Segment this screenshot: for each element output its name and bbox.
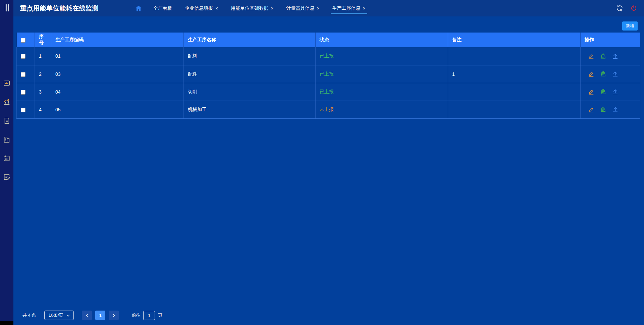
- row-name: 配料: [184, 47, 316, 65]
- table-header-row: 序号 生产工序编码 生产工序名称 状态 备注 操作: [17, 33, 640, 47]
- building-icon[interactable]: [3, 136, 10, 143]
- row-name: 配件: [184, 65, 316, 83]
- row-index: 3: [35, 83, 51, 101]
- row-remark: [448, 47, 581, 65]
- goto-page: 前往 页: [131, 311, 162, 320]
- row-name: 切削: [184, 83, 316, 101]
- document-icon[interactable]: [3, 117, 10, 124]
- nav-tab-label: 全厂看板: [153, 5, 172, 11]
- goto-page-input[interactable]: [143, 311, 155, 320]
- row-remark: 1: [448, 65, 581, 83]
- page-size-value: 10条/页: [48, 312, 63, 318]
- page-number-button[interactable]: 1: [95, 311, 105, 320]
- row-name: 机械加工: [184, 101, 316, 118]
- clear-icon[interactable]: [600, 53, 606, 59]
- row-checkbox[interactable]: [21, 108, 25, 112]
- table-row: 4 05 机械加工 未上报: [17, 101, 640, 118]
- column-header-code: 生产工序编码: [51, 33, 184, 47]
- table-toolbar: 新增: [13, 16, 644, 33]
- column-header-index: 序号: [35, 33, 51, 47]
- row-remark: [448, 101, 581, 118]
- edit-icon[interactable]: [588, 71, 594, 77]
- row-actions: [581, 65, 640, 83]
- nav-tab[interactable]: 生产工序信息×: [326, 0, 372, 16]
- status-badge: 已上报: [320, 71, 334, 76]
- home-icon[interactable]: [135, 5, 142, 12]
- clear-icon[interactable]: [600, 89, 606, 95]
- edit-icon[interactable]: [588, 106, 594, 113]
- tab-close-icon[interactable]: ×: [317, 6, 319, 11]
- row-actions: [581, 47, 640, 65]
- status-badge: 已上报: [320, 53, 334, 58]
- column-header-name: 生产工序名称: [184, 33, 316, 47]
- row-code: 04: [51, 83, 184, 101]
- row-index: 1: [35, 47, 51, 65]
- tab-close-icon[interactable]: ×: [271, 6, 273, 11]
- main-area: 重点用能单位能耗在线监测 全厂看板企业信息填报×用能单位基础数据×计量器具信息×…: [13, 0, 644, 325]
- clear-icon[interactable]: [600, 71, 606, 77]
- status-badge: 已上报: [320, 89, 334, 94]
- row-actions: [581, 101, 640, 118]
- clear-icon[interactable]: [600, 106, 606, 113]
- total-count: 共 4 条: [22, 312, 36, 318]
- row-checkbox[interactable]: [21, 90, 25, 95]
- row-index: 2: [35, 65, 51, 83]
- edit-icon[interactable]: [588, 89, 594, 95]
- nav-tab[interactable]: 用能单位基础数据×: [224, 0, 280, 16]
- row-select-cell: [17, 47, 35, 65]
- topbar-actions: [616, 5, 637, 12]
- prev-page-button[interactable]: [82, 311, 92, 320]
- row-checkbox[interactable]: [21, 54, 25, 59]
- calendar-icon[interactable]: [3, 155, 10, 162]
- chevron-down-icon: [66, 314, 70, 317]
- select-all-checkbox[interactable]: [21, 38, 25, 43]
- row-select-cell: [17, 83, 35, 101]
- row-actions: [581, 83, 640, 101]
- trend-chart-icon[interactable]: [3, 98, 10, 106]
- row-index: 4: [35, 101, 51, 118]
- chevron-right-icon: [112, 313, 116, 318]
- dashboard-icon[interactable]: [3, 79, 10, 87]
- nav-tab[interactable]: 企业信息填报×: [178, 0, 224, 16]
- goto-suffix-label: 页: [158, 312, 162, 318]
- menu-toggle-icon[interactable]: [5, 4, 9, 11]
- nav-tab[interactable]: 计量器具信息×: [280, 0, 326, 16]
- row-checkbox[interactable]: [21, 72, 25, 77]
- process-table: 序号 生产工序编码 生产工序名称 状态 备注 操作 1 01 配料 已上报: [16, 33, 640, 119]
- next-page-button[interactable]: [109, 311, 119, 320]
- table-row: 3 04 切削 已上报: [17, 83, 640, 101]
- tab-close-icon[interactable]: ×: [363, 6, 366, 11]
- row-select-cell: [17, 65, 35, 83]
- nav-tab[interactable]: 全厂看板: [147, 0, 178, 16]
- edit-icon[interactable]: [588, 53, 594, 59]
- column-header-status: 状态: [316, 33, 448, 47]
- select-all-cell: [17, 33, 35, 47]
- upload-icon[interactable]: [612, 89, 619, 95]
- sidebar: [0, 0, 13, 325]
- row-remark: [448, 83, 581, 101]
- table-row: 1 01 配料 已上报: [17, 47, 640, 65]
- pagination-bar: 共 4 条 10条/页 1 前往 页: [13, 306, 644, 325]
- page-size-select[interactable]: 10条/页: [44, 311, 74, 320]
- row-code: 03: [51, 65, 184, 83]
- row-code: 01: [51, 47, 184, 65]
- upload-icon[interactable]: [612, 71, 619, 77]
- table-row: 2 03 配件 已上报 1: [17, 65, 640, 83]
- form-edit-icon[interactable]: [3, 173, 10, 181]
- tab-bar: 全厂看板企业信息填报×用能单位基础数据×计量器具信息×生产工序信息×: [147, 0, 372, 16]
- row-status-cell: 已上报: [316, 83, 448, 101]
- nav-tab-label: 生产工序信息: [332, 5, 361, 11]
- upload-icon[interactable]: [612, 53, 619, 59]
- row-select-cell: [17, 101, 35, 118]
- row-status-cell: 已上报: [316, 65, 448, 83]
- power-icon[interactable]: [630, 5, 637, 12]
- refresh-icon[interactable]: [616, 5, 623, 12]
- chevron-left-icon: [85, 313, 89, 318]
- tab-close-icon[interactable]: ×: [215, 6, 218, 11]
- tab-content: 新增 序号 生产工序编码 生产工序名称 状态: [13, 16, 644, 325]
- nav-tab-label: 计量器具信息: [286, 5, 314, 11]
- add-button[interactable]: 新增: [622, 21, 638, 31]
- topbar: 重点用能单位能耗在线监测 全厂看板企业信息填报×用能单位基础数据×计量器具信息×…: [13, 0, 644, 16]
- upload-icon[interactable]: [612, 106, 619, 113]
- column-header-actions: 操作: [581, 33, 640, 47]
